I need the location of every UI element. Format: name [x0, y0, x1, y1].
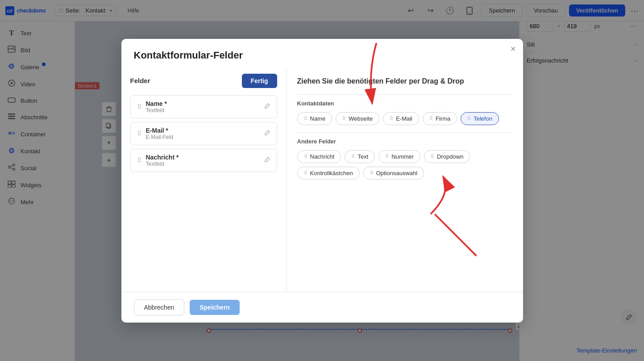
divider2 — [297, 132, 512, 133]
chip-drag-icon: ⠿ — [385, 154, 389, 160]
chip-label: Firma — [436, 115, 450, 122]
chip-webseite[interactable]: ⠿ Webseite — [336, 112, 379, 125]
chip-label: Telefon — [474, 115, 492, 122]
dialog-left-header: Felder Fertig — [130, 74, 277, 88]
andere-title: Andere Felder — [297, 138, 512, 145]
chip-drag-icon: ⠿ — [467, 116, 471, 122]
dialog-title: Kontaktformular-Felder — [121, 39, 523, 68]
chip-telefon[interactable]: ⠿ Telefon — [461, 112, 499, 125]
field-info: Nachricht * Textfeld — [146, 154, 179, 167]
cancel-button[interactable]: Abbrechen — [134, 299, 185, 315]
chip-label: Name — [310, 115, 326, 122]
chip-label: Text — [357, 153, 368, 160]
chip-label: Kontrollkästchen — [310, 170, 353, 176]
chip-dropdown[interactable]: ⠿ Dropdown — [424, 150, 470, 163]
drag-handle-icon[interactable]: ⠿ — [137, 103, 141, 110]
divider1 — [297, 94, 512, 95]
fertig-button[interactable]: Fertig — [242, 74, 277, 88]
chip-drag-icon: ⠿ — [342, 116, 346, 122]
field-info: E-Mail * E-Mail-Feld — [146, 127, 173, 140]
field-edit-icon[interactable] — [264, 130, 270, 137]
field-edit-icon[interactable] — [264, 103, 270, 110]
dialog-body: Felder Fertig ⠿ Name * Textfeld — [121, 68, 523, 292]
save-dialog-button[interactable]: Speichern — [190, 300, 240, 315]
fields-label: Felder — [130, 77, 150, 84]
chip-drag-icon: ⠿ — [390, 116, 393, 122]
field-type: Textfeld — [146, 107, 167, 113]
dialog-close-button[interactable]: × — [511, 44, 516, 53]
chip-drag-icon: ⠿ — [429, 116, 433, 122]
kontaktdaten-chips: ⠿ Name ⠿ Webseite ⠿ E-Mail ⠿ Firma — [297, 112, 512, 125]
chip-label: Nummer — [391, 153, 414, 160]
field-row-left: ⠿ E-Mail * E-Mail-Feld — [137, 127, 173, 140]
field-row-left: ⠿ Name * Textfeld — [137, 100, 167, 113]
chip-label: Nachricht — [310, 153, 335, 160]
chip-text[interactable]: ⠿ Text — [345, 150, 375, 163]
chip-drag-icon: ⠿ — [304, 170, 307, 176]
field-name: E-Mail * — [146, 127, 173, 134]
field-row-nachricht: ⠿ Nachricht * Textfeld — [130, 149, 277, 172]
drag-handle-icon[interactable]: ⠿ — [137, 130, 141, 137]
field-name: Name * — [146, 100, 167, 107]
chip-label: E-Mail — [396, 115, 412, 122]
dialog: × Kontaktformular-Felder Felder Fertig ⠿… — [121, 39, 523, 323]
chip-name[interactable]: ⠿ Name — [297, 112, 332, 125]
dialog-footer: Abbrechen Speichern — [121, 292, 523, 323]
chip-drag-icon: ⠿ — [304, 116, 307, 122]
chip-kontrollkaestchen[interactable]: ⠿ Kontrollkästchen — [297, 167, 360, 180]
field-type: E-Mail-Feld — [146, 134, 173, 140]
field-row-left: ⠿ Nachricht * Textfeld — [137, 154, 179, 167]
chip-nachricht[interactable]: ⠿ Nachricht — [297, 150, 341, 163]
chip-email[interactable]: ⠿ E-Mail — [383, 112, 419, 125]
chip-drag-icon: ⠿ — [431, 154, 434, 160]
drag-drop-hint: Ziehen Sie die benötigten Felder per Dra… — [297, 77, 512, 85]
chip-nummer[interactable]: ⠿ Nummer — [378, 150, 420, 163]
chip-label: Dropdown — [437, 153, 463, 160]
chip-drag-icon: ⠿ — [304, 154, 307, 160]
field-edit-icon[interactable] — [264, 156, 270, 164]
kontaktdaten-title: Kontaktdaten — [297, 100, 512, 107]
dialog-right-panel: Ziehen Sie die benötigten Felder per Dra… — [287, 68, 523, 292]
field-row-name: ⠿ Name * Textfeld — [130, 95, 277, 118]
andere-chips: ⠿ Nachricht ⠿ Text ⠿ Nummer ⠿ Dropdown — [297, 150, 512, 180]
field-type: Textfeld — [146, 161, 179, 167]
dialog-overlay: × Kontaktformular-Felder Felder Fertig ⠿… — [0, 0, 644, 361]
field-info: Name * Textfeld — [146, 100, 167, 113]
chip-drag-icon: ⠿ — [370, 170, 374, 176]
dialog-left-panel: Felder Fertig ⠿ Name * Textfeld — [121, 68, 287, 292]
drag-handle-icon[interactable]: ⠿ — [137, 157, 141, 164]
chip-drag-icon: ⠿ — [351, 154, 355, 160]
field-name: Nachricht * — [146, 154, 179, 161]
chip-firma[interactable]: ⠿ Firma — [423, 112, 457, 125]
chip-optionsauswahl[interactable]: ⠿ Optionsauswahl — [363, 167, 424, 180]
chip-label: Webseite — [349, 115, 373, 122]
chip-label: Optionsauswahl — [376, 170, 418, 176]
field-row-email: ⠿ E-Mail * E-Mail-Feld — [130, 122, 277, 145]
